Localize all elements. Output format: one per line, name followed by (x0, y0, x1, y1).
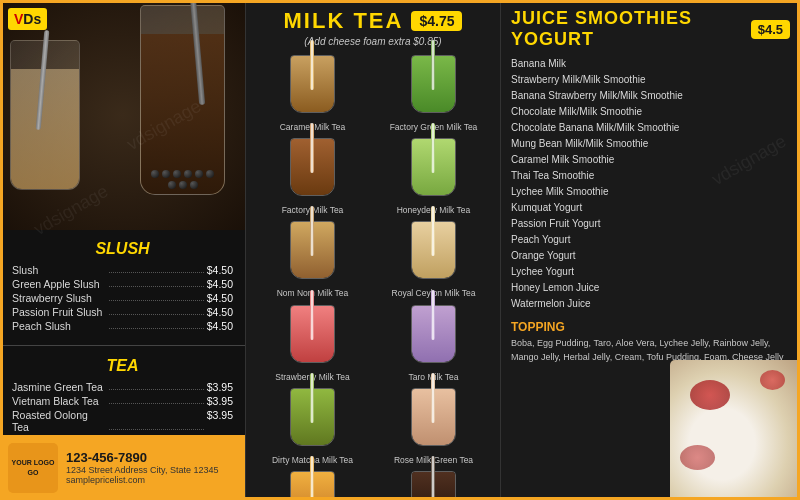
juice-item: Lychee Yogurt (511, 264, 790, 280)
slush-item-dots (109, 320, 203, 329)
juice-price: $4.5 (751, 20, 790, 39)
tea-item-dots (109, 409, 203, 430)
drink-cup (406, 55, 461, 120)
slush-item-price: $4.50 (207, 320, 233, 332)
drink-item: Nom Nom Milk Tea (254, 221, 371, 298)
cup-straw (310, 290, 314, 340)
logo-ds: Ds (23, 11, 41, 27)
logo-badge: VDs (8, 8, 47, 30)
topping-section: TOPPING Boba, Egg Pudding, Taro, Aloe Ve… (511, 320, 790, 364)
tea-item: Roasted Oolong Tea $3.95 (12, 409, 233, 433)
drink-cup (406, 305, 461, 370)
slush-item-dots (109, 264, 203, 273)
slush-item: Strawberry Slush $4.50 (12, 292, 233, 304)
milk-tea-price: $4.75 (411, 11, 462, 31)
drink-item: Rose Milk Green Tea (375, 388, 492, 465)
cup-straw (310, 123, 314, 173)
tea-item-dots (109, 381, 203, 390)
contact-phone: 123-456-7890 (66, 450, 237, 465)
drink-item: Honeydew Milk Tea (375, 138, 492, 215)
slush-item-dots (109, 306, 203, 315)
your-logo-box: YOUR LOGO GO (8, 443, 58, 493)
drink-cup (406, 388, 461, 453)
tea-title: TEA (12, 357, 233, 375)
juice-item: Peach Yogurt (511, 232, 790, 248)
slush-item-name: Passion Fruit Slush (12, 306, 106, 318)
slush-item-price: $4.50 (207, 264, 233, 276)
cup-straw (310, 40, 314, 90)
drink-cup (285, 221, 340, 286)
drink-cup (406, 138, 461, 203)
drink-item: Black Sugar Milk Tea (375, 471, 492, 500)
juice-item: Strawberry Milk/Milk Smoothie (511, 72, 790, 88)
drink-item: Factory Milk Tea (254, 138, 371, 215)
slush-item-price: $4.50 (207, 278, 233, 290)
drink-cup (285, 138, 340, 203)
drink-item: Dirty Matcha Milk Tea (254, 388, 371, 465)
slush-item-name: Slush (12, 264, 106, 276)
slush-item: Green Apple Slush $4.50 (12, 278, 233, 290)
cup-straw (431, 456, 435, 500)
drinks-grid: Caramel Milk Tea Factory Green Milk Tea … (254, 55, 492, 500)
juice-item: Honey Lemon Juice (511, 280, 790, 296)
slush-item: Slush $4.50 (12, 264, 233, 276)
drink-item: Royal Ceylon Milk Tea (375, 221, 492, 298)
slush-title: SLUSH (12, 240, 233, 258)
cup-straw (310, 373, 314, 423)
slush-item-price: $4.50 (207, 292, 233, 304)
drink-cup (406, 221, 461, 286)
tea-item-price: $3.95 (207, 381, 233, 393)
logo-placeholder: YOUR LOGO GO (8, 458, 58, 476)
cup-straw (431, 40, 435, 90)
second-drink (10, 40, 80, 200)
main-container: VDs vdsignage SLUSH Slush $4.50 Green Ap… (0, 0, 800, 500)
yogurt-topping1 (690, 380, 730, 410)
slush-item-name: Peach Slush (12, 320, 106, 332)
tea-item-dots (109, 395, 203, 404)
milk-tea-title: MILK TEA (284, 8, 404, 34)
cup-straw (431, 373, 435, 423)
slush-items: Slush $4.50 Green Apple Slush $4.50 Stra… (12, 264, 233, 332)
tea-item-name: Roasted Oolong Tea (12, 409, 106, 433)
juice-item: Kumquat Yogurt (511, 200, 790, 216)
drink-cup (406, 471, 461, 500)
hero-image: VDs vdsignage (0, 0, 245, 230)
drink-cup (285, 388, 340, 453)
slush-item-name: Strawberry Slush (12, 292, 106, 304)
right-panel: JUICE SMOOTHIES YOGURT $4.5 Banana MilkS… (500, 0, 800, 500)
tea-item-name: Jasmine Green Tea (12, 381, 106, 393)
tea-item: Jasmine Green Tea $3.95 (12, 381, 233, 393)
yogurt-topping2 (760, 370, 785, 390)
contact-website: samplepricelist.com (66, 475, 237, 485)
logo-text: V (14, 11, 23, 27)
drink-cup (285, 55, 340, 120)
contact-bar: YOUR LOGO GO 123-456-7890 1234 Street Ad… (0, 435, 245, 500)
slush-item-name: Green Apple Slush (12, 278, 106, 290)
juice-item: Caramel Milk Smoothie (511, 152, 790, 168)
slush-item-dots (109, 292, 203, 301)
divider (0, 345, 245, 346)
juice-item: Chocolate Banana Milk/Milk Smoothie (511, 120, 790, 136)
drink-item: Thai Milk Tea (254, 471, 371, 500)
tea-item-price: $3.95 (207, 409, 233, 433)
juice-list: Banana MilkStrawberry Milk/Milk Smoothie… (511, 56, 790, 312)
cheese-foam-note: (Add cheese foam extra $0.85) (254, 36, 492, 47)
slush-item-dots (109, 278, 203, 287)
cup-straw (431, 123, 435, 173)
topping-title: TOPPING (511, 320, 790, 334)
slush-section: SLUSH Slush $4.50 Green Apple Slush $4.5… (0, 230, 245, 339)
juice-item: Banana Strawberry Milk/Milk Smoothie (511, 88, 790, 104)
cup-straw (310, 456, 314, 500)
slush-item: Peach Slush $4.50 (12, 320, 233, 332)
slush-item-price: $4.50 (207, 306, 233, 318)
yogurt-bowl (670, 360, 800, 500)
yogurt-topping3 (680, 445, 715, 470)
drink-item: Caramel Milk Tea (254, 55, 371, 132)
contact-info: 123-456-7890 1234 Street Address City, S… (66, 450, 237, 485)
middle-panel: MILK TEA $4.75 (Add cheese foam extra $0… (245, 0, 500, 500)
contact-address: 1234 Street Address City, State 12345 (66, 465, 237, 475)
drink-cup (285, 471, 340, 500)
juice-item: Mung Bean Milk/Milk Smoothie (511, 136, 790, 152)
juice-item: Watermelon Juice (511, 296, 790, 312)
drink-item: Factory Green Milk Tea (375, 55, 492, 132)
